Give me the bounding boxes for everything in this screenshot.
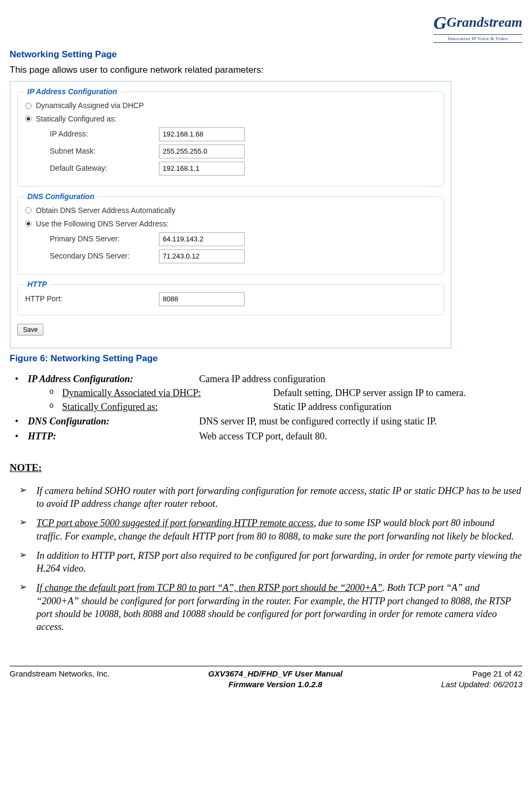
footer-firmware: Firmware Version 1.0.2.8 [110, 679, 441, 690]
note-heading: NOTE: [10, 461, 522, 475]
primary-dns-input[interactable] [159, 232, 245, 246]
note-3: In addition to HTTP port, RTSP port also… [10, 549, 522, 575]
description-list: IP Address Configuration: Camera IP addr… [10, 373, 522, 443]
http-fieldset: HTTP HTTP Port: [17, 284, 444, 315]
http-port-input[interactable] [159, 292, 245, 306]
radio-static[interactable] [25, 116, 32, 122]
ip-legend: IP Address Configuration [24, 87, 120, 97]
desc-http-label: HTTP: [28, 430, 199, 443]
desc-static-text: Static IP address configuration [273, 401, 392, 412]
ip-config-fieldset: IP Address Configuration Dynamically Ass… [17, 92, 444, 187]
desc-ip-text: Camera IP address configuration [199, 373, 325, 385]
note-4: If change the default port from TCP 80 t… [10, 581, 522, 633]
secondary-dns-input[interactable] [159, 249, 245, 263]
subnet-mask-label: Subnet Mask: [50, 146, 159, 156]
footer-manual: GXV3674_HD/FHD_VF User Manual [110, 668, 441, 679]
footer-company: Grandstream Networks, Inc. [10, 668, 110, 690]
config-screenshot: IP Address Configuration Dynamically Ass… [10, 81, 452, 348]
note-1: If camera behind SOHO router with port f… [10, 484, 522, 511]
ip-address-label: IP Address: [50, 129, 159, 139]
desc-dhcp-text: Default setting, DHCP server assign IP t… [273, 387, 466, 398]
notes-list: If camera behind SOHO router with port f… [10, 484, 522, 634]
footer-updated: Last Updated: 06/2013 [441, 679, 522, 690]
footer-page: Page 21 of 42 [441, 668, 522, 679]
page-footer: Grandstream Networks, Inc. GXV3674_HD/FH… [10, 666, 522, 690]
brand-logo: GGrandstream Innovative IP Voice & Video [10, 11, 522, 43]
ip-address-input[interactable] [159, 127, 245, 141]
figure-caption: Figure 6: Networking Setting Page [10, 353, 522, 365]
radio-dns-manual-label: Use the Following DNS Server Address: [36, 219, 169, 229]
http-legend: HTTP [24, 279, 50, 290]
desc-ip-label: IP Address Configuration: [28, 373, 199, 385]
primary-dns-label: Primary DNS Server: [50, 234, 159, 244]
radio-dns-auto[interactable] [25, 207, 32, 214]
http-port-label: HTTP Port: [25, 294, 159, 304]
desc-dns-label: DNS Configuration: [28, 415, 199, 428]
dns-legend: DNS Configuration [24, 192, 97, 202]
logo-tagline: Innovative IP Voice & Video [434, 34, 522, 43]
gateway-input[interactable] [159, 162, 245, 176]
radio-dns-manual[interactable] [25, 221, 32, 227]
note-2: TCP port above 5000 suggested if port fo… [10, 516, 522, 543]
page-intro: This page allows user to configure netwo… [10, 64, 522, 77]
logo-text: Grandstream [446, 14, 522, 30]
radio-dhcp-label: Dynamically Assigned via DHCP [36, 101, 144, 111]
desc-dhcp-label: Dynamically Associated via DHCP: [62, 387, 201, 398]
subnet-mask-input[interactable] [159, 145, 245, 158]
desc-dns-text: DNS server IP, must be configured correc… [199, 415, 437, 428]
radio-dns-auto-label: Obtain DNS Server Address Automatically [36, 206, 176, 216]
save-button[interactable]: Save [17, 324, 43, 336]
gateway-label: Default Gateway: [50, 163, 159, 173]
desc-http-text: Web access TCP port, default 80. [199, 430, 327, 443]
radio-dhcp[interactable] [25, 103, 32, 109]
radio-static-label: Statically Configured as: [36, 114, 117, 124]
secondary-dns-label: Secondary DNS Server: [50, 251, 159, 261]
desc-static-label: Statically Configured as: [62, 401, 158, 412]
dns-config-fieldset: DNS Configuration Obtain DNS Server Addr… [17, 196, 444, 275]
page-heading: Networking Setting Page [10, 49, 522, 61]
